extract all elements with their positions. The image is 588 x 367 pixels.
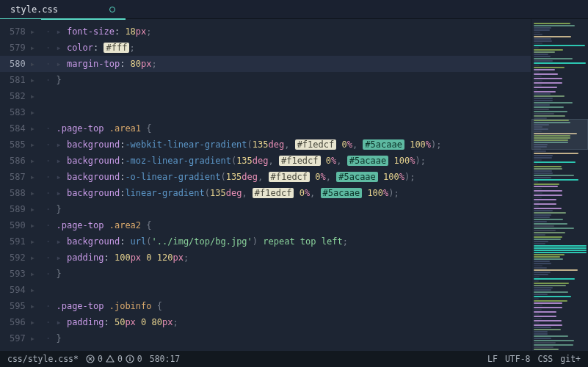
minimap-line: [534, 192, 542, 194]
code-line[interactable]: · ▸ font-size: 18px;: [41, 23, 531, 40]
code-line[interactable]: · ▸ padding: 100px 0 120px;: [41, 250, 531, 266]
minimap-line: [534, 327, 551, 328]
gutter-line[interactable]: 579▸: [0, 40, 41, 56]
minimap-line: [534, 208, 562, 209]
code-line[interactable]: · .page-top .area2 {: [41, 217, 531, 233]
minimap-line: [534, 302, 562, 304]
gutter-line[interactable]: 597▸: [0, 330, 41, 346]
minimap-line: [534, 214, 551, 216]
gutter-line[interactable]: 590▸: [0, 217, 41, 233]
gutter-line[interactable]: 585▸: [0, 137, 41, 153]
gutter-line[interactable]: 589▸: [0, 201, 41, 217]
gutter-line[interactable]: 584▸: [0, 120, 41, 137]
minimap-line: [534, 65, 540, 66]
status-diagnostics[interactable]: 0 0 0: [86, 354, 142, 364]
minimap-line: [534, 184, 559, 185]
minimap-line: [534, 95, 565, 97]
code-line[interactable]: [41, 104, 531, 120]
code-line[interactable]: · }: [41, 266, 531, 282]
minimap-line: [534, 87, 557, 88]
minimap-line: [534, 223, 567, 225]
gutter-line[interactable]: 591▸: [0, 233, 41, 250]
gutter-line[interactable]: 582▸: [0, 88, 41, 104]
tab-stylecss[interactable]: style.css: [0, 0, 126, 19]
code-line[interactable]: · ▸ background:-webkit-linear-gradient(1…: [41, 137, 531, 153]
minimap[interactable]: [531, 19, 588, 351]
gutter-line[interactable]: 581▸: [0, 72, 41, 88]
status-language[interactable]: CSS: [538, 354, 553, 364]
code-line[interactable]: · ▸ background:-o-linear-gradient(135deg…: [41, 169, 531, 185]
minimap-line: [534, 320, 562, 321]
gutter-line[interactable]: 592▸: [0, 250, 41, 266]
minimap-line: [534, 265, 542, 266]
gutter-line[interactable]: 587▸: [0, 169, 41, 185]
minimap-line: [534, 181, 538, 183]
minimap-line: [534, 212, 566, 214]
minimap-line: [534, 230, 556, 231]
minimap-line: [534, 217, 550, 218]
minimap-line: [534, 263, 551, 264]
minimap-line: [534, 305, 542, 306]
code-line[interactable]: · ▸ background:-moz-linear-gradient(135d…: [41, 153, 531, 169]
minimap-line: [534, 201, 540, 203]
gutter-line[interactable]: 588▸: [0, 185, 41, 201]
status-eol[interactable]: LF: [487, 354, 498, 364]
error-icon: [86, 355, 95, 363]
gutter-line[interactable]: 580▸: [0, 56, 41, 72]
code-line[interactable]: [41, 88, 531, 104]
minimap-line: [534, 206, 539, 207]
minimap-line: [534, 285, 566, 286]
code-line[interactable]: · .page-top .jobinfo {: [41, 298, 531, 314]
code-line[interactable]: · ▸ margin-top: 80px;: [41, 56, 531, 72]
minimap-line: [534, 300, 567, 302]
code-line[interactable]: · }: [41, 330, 531, 346]
code-line[interactable]: · ▸ padding: 50px 0 80px;: [41, 314, 531, 330]
status-warnings: 0: [117, 354, 123, 364]
minimap-line: [534, 111, 567, 112]
minimap-line: [534, 324, 562, 326]
minimap-line: [534, 294, 548, 295]
status-cursor[interactable]: 580:17: [150, 354, 181, 364]
minimap-line: [534, 80, 542, 81]
code-line[interactable]: · ▸ background: url('../img/top/bg.jpg')…: [41, 233, 531, 250]
status-encoding[interactable]: UTF-8: [505, 354, 531, 364]
minimap-viewport[interactable]: [531, 119, 588, 150]
minimap-line: [534, 261, 550, 262]
minimap-line: [534, 289, 551, 291]
minimap-line: [534, 153, 578, 154]
gutter-line[interactable]: 595▸: [0, 298, 41, 314]
minimap-line: [534, 252, 587, 253]
editor: 578▸579▸580▸581▸582▸583▸584▸585▸586▸587▸…: [0, 19, 588, 351]
gutter-line[interactable]: 594▸: [0, 282, 41, 298]
status-git[interactable]: git+: [560, 354, 581, 364]
minimap-line: [534, 225, 554, 227]
minimap-line: [534, 247, 587, 249]
code-line[interactable]: · ▸ color: #fff;: [41, 40, 531, 56]
gutter-line[interactable]: 593▸: [0, 266, 41, 282]
gutter-line[interactable]: 583▸: [0, 104, 41, 120]
code-area[interactable]: · ▸ font-size: 18px;· ▸ color: #fff;· ▸ …: [41, 19, 531, 351]
code-line[interactable]: [41, 282, 531, 298]
minimap-line: [534, 106, 564, 108]
gutter[interactable]: 578▸579▸580▸581▸582▸583▸584▸585▸586▸587▸…: [0, 19, 41, 351]
minimap-line: [534, 291, 568, 293]
minimap-line: [534, 250, 587, 251]
gutter-line[interactable]: 578▸: [0, 23, 41, 40]
gutter-line[interactable]: 586▸: [0, 153, 41, 169]
minimap-line: [534, 98, 553, 99]
status-path[interactable]: css/style.css*: [7, 354, 79, 364]
status-info: 0: [137, 354, 142, 364]
minimap-line: [534, 210, 553, 211]
minimap-line: [534, 29, 550, 31]
minimap-line: [534, 307, 562, 308]
gutter-line[interactable]: 596▸: [0, 314, 41, 330]
minimap-line: [534, 164, 537, 165]
code-line[interactable]: · }: [41, 72, 531, 88]
code-line[interactable]: · ▸ background:linear-gradient(135deg, #…: [41, 185, 531, 201]
code-line[interactable]: · }: [41, 201, 531, 217]
minimap-line: [534, 45, 585, 46]
minimap-line: [534, 38, 551, 40]
minimap-line: [534, 166, 562, 167]
minimap-line: [534, 73, 558, 75]
code-line[interactable]: · .page-top .area1 {: [41, 120, 531, 137]
